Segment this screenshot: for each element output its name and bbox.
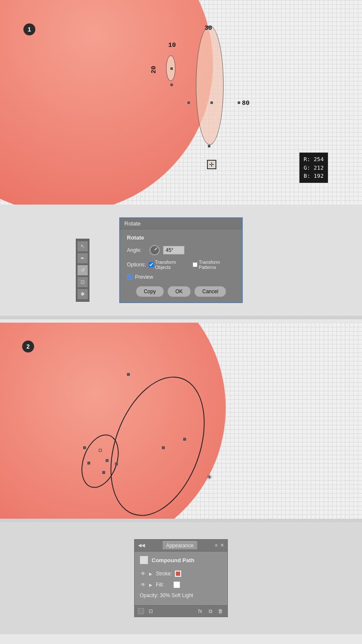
tool-other[interactable]: ✱	[77, 289, 88, 300]
dim-label-80: 80	[242, 100, 250, 107]
dialog-title: Rotate	[124, 220, 141, 227]
add-appearance-icon[interactable]: □	[138, 608, 144, 614]
appearance-panel: ◀◀ Appearance ≡ ✕ Compound Path 👁 ▶ Stro…	[134, 539, 228, 617]
compound-icon	[140, 556, 148, 564]
appearance-title-tab[interactable]: Appearance	[163, 541, 197, 549]
stroke-label: Stroke:	[156, 571, 172, 577]
transform-patterns-checkbox-item: Transform Patterns	[192, 260, 235, 270]
transform-patterns-checkbox[interactable]	[192, 262, 198, 267]
transform-objects-checkbox-item: Transform Objects	[149, 260, 190, 270]
dialog-titlebar: Rotate	[120, 218, 242, 229]
angle-row: Angle:	[127, 245, 235, 255]
fill-swatch[interactable]	[173, 581, 180, 588]
footer-icons-left: □ ⊡	[138, 608, 154, 615]
transform-objects-checkbox[interactable]	[149, 262, 154, 267]
opacity-label: Opacity: 30% Soft Light	[140, 592, 193, 598]
copy-appearance-icon[interactable]: ⧉	[207, 608, 214, 615]
large-ellipse-1[interactable]	[196, 26, 224, 145]
canvas-section-1: 1 10 20 30 80 ✛ R: 254 G: 212 B: 192	[0, 0, 362, 205]
anchor-small-4	[115, 462, 118, 465]
step-badge-1: 1	[23, 23, 35, 35]
fill-visibility-icon[interactable]: 👁	[140, 581, 147, 588]
appearance-header-icons: ≡ ✕	[215, 543, 224, 548]
compound-path-row: Compound Path	[138, 554, 224, 566]
anchor-small-bottom	[170, 84, 173, 86]
preview-label: Preview	[135, 274, 153, 280]
fill-arrow-icon[interactable]: ▶	[149, 583, 153, 587]
transform-patterns-label: Transform Patterns	[199, 260, 235, 270]
appearance-footer: □ ⊡ fx ⧉ 🗑	[135, 605, 227, 617]
color-info-panel: R: 254 G: 212 B: 192	[299, 153, 328, 183]
anchor-bottom	[208, 145, 210, 147]
section-divider-1	[0, 316, 362, 319]
color-r: R: 254	[304, 155, 324, 164]
dim-label-10: 10	[168, 42, 176, 49]
angle-dial[interactable]	[149, 245, 160, 255]
anchor-small-1	[99, 449, 102, 452]
step-badge-2: 2	[22, 341, 34, 352]
ok-button[interactable]: OK	[167, 286, 191, 297]
tool-rotate[interactable]: ↺	[77, 265, 88, 276]
stroke-arrow-icon[interactable]: ▶	[149, 572, 153, 576]
anchor-large-top	[127, 373, 130, 376]
anchor-small-center	[106, 459, 109, 462]
fill-row: 👁 ▶ Fill:	[138, 580, 224, 589]
cursor-cross-icon: ✛	[209, 161, 214, 168]
canvas-section-2: 2 ✳	[0, 323, 362, 519]
transform-objects-label: Transform Objects	[155, 260, 190, 270]
opacity-row: Opacity: 30% Soft Light	[138, 592, 224, 599]
stroke-fill-icon[interactable]: ⊡	[147, 608, 154, 615]
close-icon[interactable]: ✕	[220, 543, 224, 548]
section-divider-2	[0, 519, 362, 522]
angle-input[interactable]	[163, 246, 184, 254]
anchor-small-3	[102, 471, 105, 474]
dialog-body: Rotate Angle: Options: Transform Objects	[120, 229, 242, 302]
anchor-top	[208, 26, 210, 29]
toolbar-left: ↖ ✒ ↺ ⊡ ✱	[76, 239, 89, 302]
anchor-large-left	[83, 446, 86, 449]
cursor-indicator: ✛	[207, 160, 216, 169]
preview-checkbox[interactable]	[127, 274, 133, 280]
color-g: G: 212	[304, 164, 324, 172]
stroke-visibility-icon[interactable]: 👁	[140, 570, 147, 577]
stroke-row: 👁 ▶ Stroke:	[138, 569, 224, 578]
rotate-dialog: Rotate Rotate Angle: Options: Transform …	[119, 217, 243, 303]
anchor-center	[210, 101, 213, 104]
appearance-body: Compound Path 👁 ▶ Stroke: 👁 ▶ Fill: Opac…	[135, 552, 227, 605]
dim-label-20: 20	[150, 66, 158, 73]
star-anchor-large: ✳	[207, 473, 212, 481]
options-row: Options: Transform Objects Transform Pat…	[127, 260, 235, 270]
collapse-icon[interactable]: ◀◀	[138, 543, 145, 548]
stroke-swatch[interactable]	[175, 570, 181, 577]
compound-path-label: Compound Path	[152, 557, 194, 563]
anchor-right	[238, 101, 240, 104]
footer-icons-right: fx ⧉ 🗑	[197, 608, 224, 615]
delete-appearance-icon[interactable]: 🗑	[217, 608, 224, 615]
preview-row: Preview	[127, 274, 235, 280]
anchor-left	[187, 101, 190, 104]
fill-label: Fill:	[156, 582, 171, 588]
dialog-section-title: Rotate	[127, 234, 235, 241]
dialog-buttons: Copy OK Cancel	[127, 286, 235, 297]
cancel-button[interactable]: Cancel	[194, 286, 226, 297]
options-label: Options:	[127, 262, 146, 268]
anchor-small-center	[170, 67, 173, 70]
appearance-titlebar: ◀◀ Appearance ≡ ✕	[135, 540, 227, 552]
tool-transform[interactable]: ⊡	[77, 277, 88, 288]
dial-needle	[154, 248, 157, 251]
dialog-section-wrapper: ↖ ✒ ↺ ⊡ ✱ Rotate Rotate Angle: Options:	[0, 205, 362, 316]
appearance-section: ◀◀ Appearance ≡ ✕ Compound Path 👁 ▶ Stro…	[0, 522, 362, 634]
copy-button[interactable]: Copy	[136, 286, 164, 297]
angle-label: Angle:	[127, 247, 146, 253]
anchor-large-center	[162, 446, 165, 449]
anchor-large-right	[183, 438, 186, 441]
anchor-small-2	[87, 462, 90, 465]
tool-pen[interactable]: ✒	[77, 253, 88, 264]
fx-icon[interactable]: fx	[197, 608, 204, 615]
tool-select[interactable]: ↖	[77, 241, 88, 252]
color-b: B: 192	[304, 172, 324, 180]
panel-menu-icon[interactable]: ≡	[215, 543, 218, 548]
